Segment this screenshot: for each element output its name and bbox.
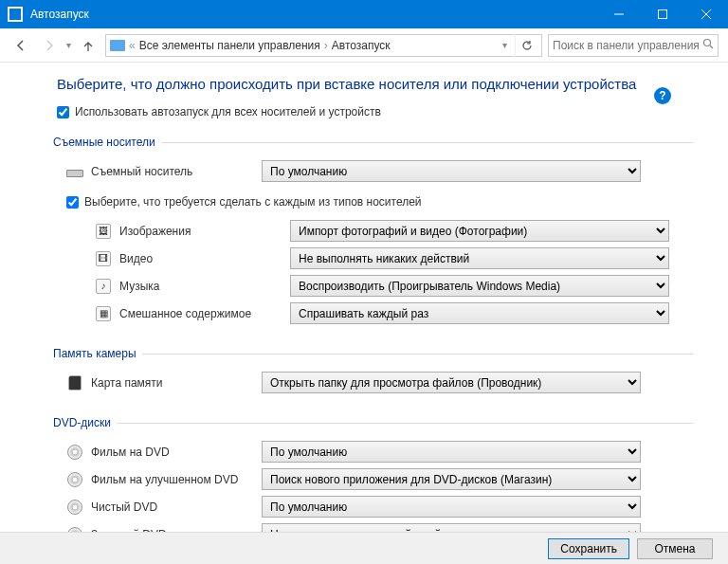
search-input[interactable] <box>553 39 702 52</box>
global-autoplay-checkbox-row[interactable]: Использовать автозапуск для всех носител… <box>57 105 694 118</box>
content-area: ? Выберите, что должно происходить при в… <box>0 63 728 532</box>
removable-drive-select[interactable]: По умолчанию <box>262 160 641 182</box>
dvd-blank-select[interactable]: По умолчанию <box>262 496 641 518</box>
back-button[interactable] <box>9 34 32 57</box>
control-panel-icon <box>110 40 125 51</box>
history-dropdown-icon[interactable]: ▾ <box>66 40 71 50</box>
cancel-button[interactable]: Отмена <box>637 538 713 559</box>
refresh-button[interactable] <box>515 34 537 57</box>
disc-icon <box>66 471 83 488</box>
choose-types-label: Выберите, что требуется сделать с каждым… <box>84 195 422 209</box>
up-button[interactable] <box>77 34 100 57</box>
page-title: Выберите, что должно происходить при вст… <box>57 76 694 92</box>
app-icon <box>8 7 23 22</box>
memory-card-select[interactable]: Открыть папку для просмотра файлов (Пров… <box>262 372 641 393</box>
images-row: 🖼 Изображения Импорт фотографий и видео … <box>95 218 694 244</box>
disc-icon <box>66 499 83 516</box>
breadcrumb-parent[interactable]: Все элементы панели управления <box>139 39 320 52</box>
breadcrumb-sep: « <box>129 39 136 52</box>
choose-types-checkbox[interactable] <box>66 196 79 209</box>
images-select[interactable]: Импорт фотографий и видео (Фотографии) <box>290 220 669 242</box>
music-row: ♪ Музыка Воспроизводить (Проигрыватель W… <box>95 273 694 299</box>
group-camera-title: Память камеры <box>53 347 694 360</box>
music-icon: ♪ <box>95 278 112 295</box>
svg-rect-1 <box>659 10 667 19</box>
footer-bar: Сохранить Отмена <box>0 532 728 564</box>
breadcrumb-current[interactable]: Автозапуск <box>332 39 391 52</box>
svg-line-5 <box>710 45 713 48</box>
dvd-movie-row: Фильм на DVD По умолчанию <box>66 439 694 464</box>
mixed-label: Смешанное содержимое <box>119 307 290 320</box>
help-icon[interactable]: ? <box>654 87 671 104</box>
maximize-button[interactable] <box>641 0 684 28</box>
memory-card-row: Карта памяти Открыть папку для просмотра… <box>66 370 694 395</box>
save-button[interactable]: Сохранить <box>548 538 629 559</box>
svg-point-4 <box>704 40 711 46</box>
disc-icon <box>66 444 83 461</box>
music-select[interactable]: Воспроизводить (Проигрыватель Windows Me… <box>290 275 669 297</box>
window-title: Автозапуск <box>30 8 597 21</box>
removable-drive-label: Съемный носитель <box>91 165 262 178</box>
video-row: 🎞 Видео Не выполнять никаких действий <box>95 246 694 271</box>
group-dvd-title: DVD-диски <box>53 416 694 429</box>
search-icon <box>702 38 714 52</box>
global-autoplay-checkbox[interactable] <box>57 106 69 118</box>
dvd-movie-label: Фильм на DVD <box>91 446 262 459</box>
dvd-audio-row: Звуковой DVD Не выполнять никаких действ… <box>66 521 694 532</box>
dvd-enhanced-row: Фильм на улучшенном DVD Поиск нового при… <box>66 466 694 492</box>
images-label: Изображения <box>119 225 290 238</box>
dvd-movie-select[interactable]: По умолчанию <box>262 441 641 463</box>
video-label: Видео <box>119 252 290 265</box>
music-label: Музыка <box>119 280 290 293</box>
mixed-select[interactable]: Спрашивать каждый раз <box>290 302 669 324</box>
drive-icon <box>66 163 83 180</box>
removable-drive-row: Съемный носитель По умолчанию <box>66 158 694 184</box>
choose-types-checkbox-row[interactable]: Выберите, что требуется сделать с каждым… <box>66 195 694 209</box>
dvd-enhanced-select[interactable]: Поиск нового приложения для DVD-дисков (… <box>262 468 641 490</box>
group-removable-title: Съемные носители <box>53 136 694 149</box>
navigation-bar: ▾ « Все элементы панели управления › Авт… <box>0 28 728 63</box>
sd-card-icon <box>66 374 83 391</box>
dvd-audio-select[interactable]: Не выполнять никаких действий <box>262 523 641 532</box>
address-dropdown-icon[interactable]: ▾ <box>502 40 507 50</box>
video-icon: 🎞 <box>95 250 112 267</box>
dvd-blank-row: Чистый DVD По умолчанию <box>66 494 694 519</box>
minimize-button[interactable] <box>597 0 641 28</box>
images-icon: 🖼 <box>95 223 112 240</box>
mixed-icon: ▦ <box>95 305 112 322</box>
address-bar[interactable]: « Все элементы панели управления › Автоз… <box>105 34 542 57</box>
forward-button[interactable] <box>38 34 61 57</box>
search-box[interactable] <box>548 34 719 57</box>
dvd-enhanced-label: Фильм на улучшенном DVD <box>91 473 262 486</box>
title-bar: Автозапуск <box>0 0 728 28</box>
global-autoplay-label: Использовать автозапуск для всех носител… <box>75 105 381 118</box>
video-select[interactable]: Не выполнять никаких действий <box>290 247 669 269</box>
dvd-blank-label: Чистый DVD <box>91 500 262 514</box>
memory-card-label: Карта памяти <box>91 376 262 390</box>
mixed-row: ▦ Смешанное содержимое Спрашивать каждый… <box>95 300 694 326</box>
close-button[interactable] <box>684 0 728 28</box>
breadcrumb-sep: › <box>324 39 328 52</box>
